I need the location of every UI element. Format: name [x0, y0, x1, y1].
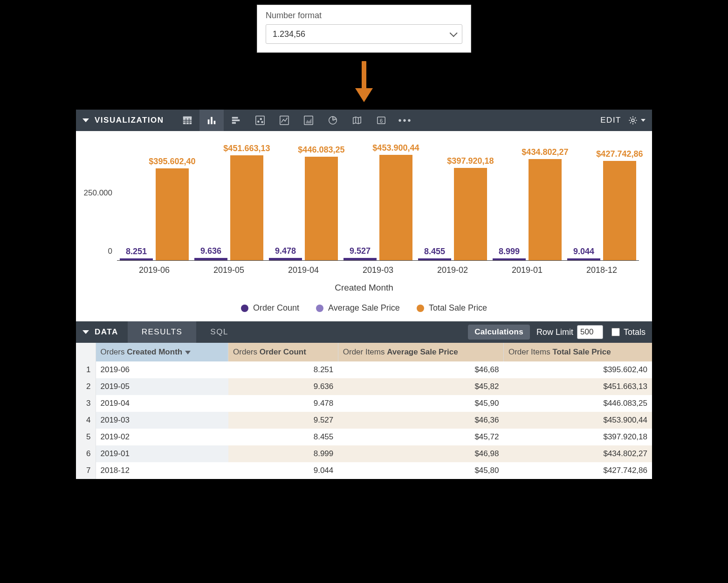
- table-row[interactable]: 12019-068.251$46,68$395.602,40: [76, 361, 652, 378]
- bar-order-count[interactable]: 9.636: [194, 258, 227, 260]
- column-header[interactable]: Orders Created Month: [96, 343, 228, 361]
- cell-total-sale-price: $434.802,27: [503, 445, 652, 462]
- totals-label: Totals: [624, 327, 646, 337]
- svg-rect-9: [211, 117, 213, 125]
- column-header[interactable]: Order Items Average Sale Price: [338, 343, 503, 361]
- single-value-icon[interactable]: 6: [369, 110, 393, 131]
- svg-rect-14: [255, 116, 264, 125]
- pie-chart-icon[interactable]: [321, 110, 345, 131]
- collapse-visualization-toggle[interactable]: [82, 118, 89, 122]
- cell-avg-sale-price: $46,68: [338, 361, 503, 378]
- row-number: 4: [76, 412, 96, 429]
- svg-rect-8: [207, 119, 209, 124]
- data-title: DATA: [95, 327, 118, 337]
- bar-order-count[interactable]: 9.478: [269, 258, 302, 260]
- cell-avg-sale-price: $45,82: [338, 378, 503, 395]
- data-bar: DATA RESULTS SQL Calculations Row Limit …: [76, 321, 652, 343]
- cell-created-month: 2019-05: [96, 378, 228, 395]
- number-format-value: 1.234,56: [273, 24, 305, 44]
- legend-item[interactable]: Average Sale Price: [316, 303, 400, 313]
- table-icon[interactable]: [175, 110, 199, 131]
- cell-total-sale-price: $453.900,44: [503, 412, 652, 429]
- chart-legend: Order CountAverage Sale PriceTotal Sale …: [84, 303, 644, 313]
- cell-order-count: 8.999: [228, 445, 338, 462]
- x-tick-label: 2019-05: [192, 265, 266, 275]
- svg-point-17: [261, 121, 263, 123]
- legend-swatch: [316, 305, 323, 312]
- svg-rect-10: [213, 121, 215, 124]
- cell-avg-sale-price: $45,80: [338, 462, 503, 479]
- totals-checkbox[interactable]: [611, 328, 620, 336]
- bar-order-count[interactable]: 8.455: [418, 258, 451, 260]
- line-chart-icon[interactable]: [272, 110, 296, 131]
- column-header[interactable]: Order Items Total Sale Price: [503, 343, 652, 361]
- cell-avg-sale-price: $46,98: [338, 445, 503, 462]
- bar-chart-icon[interactable]: [224, 110, 248, 131]
- bar-order-count[interactable]: 9.527: [343, 258, 376, 260]
- legend-swatch: [417, 305, 424, 312]
- row-limit-label: Row Limit: [536, 327, 573, 337]
- arrow-down-icon: [75, 61, 653, 103]
- cell-total-sale-price: $446.083,25: [503, 395, 652, 412]
- chart-bar-group: 8.251$395.602,40: [117, 144, 192, 260]
- number-format-card: Number format 1.234,56: [257, 5, 471, 53]
- edit-button[interactable]: EDIT: [600, 116, 621, 125]
- column-header[interactable]: Orders Order Count: [228, 343, 338, 361]
- area-chart-icon[interactable]: [296, 110, 321, 131]
- row-number: 3: [76, 395, 96, 412]
- main-panel: VISUALIZATION: [75, 109, 653, 480]
- svg-text:6: 6: [380, 118, 383, 124]
- bar-order-count[interactable]: 9.044: [567, 258, 600, 261]
- cell-total-sale-price: $427.742,86: [503, 462, 652, 479]
- table-row[interactable]: 22019-059.636$45,82$451.663,13: [76, 378, 652, 395]
- bar-order-count[interactable]: 8.999: [493, 258, 525, 260]
- table-row[interactable]: 72018-129.044$45,80$427.742,86: [76, 462, 652, 479]
- bar-total-sale-price[interactable]: $446.083,25: [305, 157, 337, 260]
- table-row[interactable]: 42019-039.527$46,36$453.900,44: [76, 412, 652, 429]
- collapse-data-toggle[interactable]: [82, 330, 89, 334]
- cell-created-month: 2019-03: [96, 412, 228, 429]
- y-tick-label: 250.000: [80, 188, 112, 198]
- row-number: 7: [76, 462, 96, 479]
- more-visualizations-icon[interactable]: •••: [393, 110, 418, 131]
- visualization-bar: VISUALIZATION: [76, 110, 652, 131]
- table-row[interactable]: 62019-018.999$46,98$434.802,27: [76, 445, 652, 462]
- chart-bar-group: 9.636$451.663,13: [192, 144, 266, 260]
- tab-results[interactable]: RESULTS: [128, 321, 197, 343]
- svg-rect-13: [232, 122, 235, 124]
- chevron-down-icon: [450, 24, 455, 44]
- totals-toggle[interactable]: Totals: [611, 327, 646, 337]
- table-row[interactable]: 52019-028.455$45,72$397.920,18: [76, 429, 652, 445]
- cell-created-month: 2019-01: [96, 445, 228, 462]
- chart-baseline: [117, 260, 639, 261]
- visualization-settings-button[interactable]: [628, 115, 646, 125]
- cell-created-month: 2019-06: [96, 361, 228, 378]
- rownum-header: [76, 343, 96, 361]
- chart-bar-group: 9.478$446.083,25: [266, 144, 341, 260]
- map-chart-icon[interactable]: [345, 110, 369, 131]
- cell-avg-sale-price: $46,36: [338, 412, 503, 429]
- legend-swatch: [241, 305, 248, 312]
- legend-item[interactable]: Order Count: [241, 303, 299, 313]
- row-limit-input[interactable]: [577, 325, 603, 339]
- bar-total-sale-price[interactable]: $427.742,86: [603, 161, 636, 260]
- bar-total-sale-price[interactable]: $451.663,13: [230, 155, 263, 260]
- column-chart-icon[interactable]: [199, 110, 224, 131]
- bar-total-sale-price[interactable]: $453.900,44: [379, 155, 412, 260]
- table-row[interactable]: 32019-049.478$45,90$446.083,25: [76, 395, 652, 412]
- legend-item[interactable]: Total Sale Price: [417, 303, 487, 313]
- number-format-select[interactable]: 1.234,56: [266, 24, 462, 44]
- tab-sql[interactable]: SQL: [196, 321, 242, 343]
- calculations-button[interactable]: Calculations: [468, 325, 530, 340]
- visualization-title: VISUALIZATION: [95, 116, 164, 125]
- cell-order-count: 9.478: [228, 395, 338, 412]
- cell-order-count: 9.527: [228, 412, 338, 429]
- chart-bar-group: 8.455$397.920,18: [415, 144, 490, 260]
- x-axis-title: Created Month: [84, 283, 644, 293]
- bar-order-count[interactable]: 8.251: [120, 258, 152, 260]
- svg-rect-12: [232, 119, 240, 121]
- gear-icon: [628, 115, 638, 125]
- bar-total-sale-price[interactable]: $434.802,27: [529, 159, 561, 260]
- scatter-chart-icon[interactable]: [248, 110, 272, 131]
- x-tick-label: 2019-03: [341, 265, 415, 275]
